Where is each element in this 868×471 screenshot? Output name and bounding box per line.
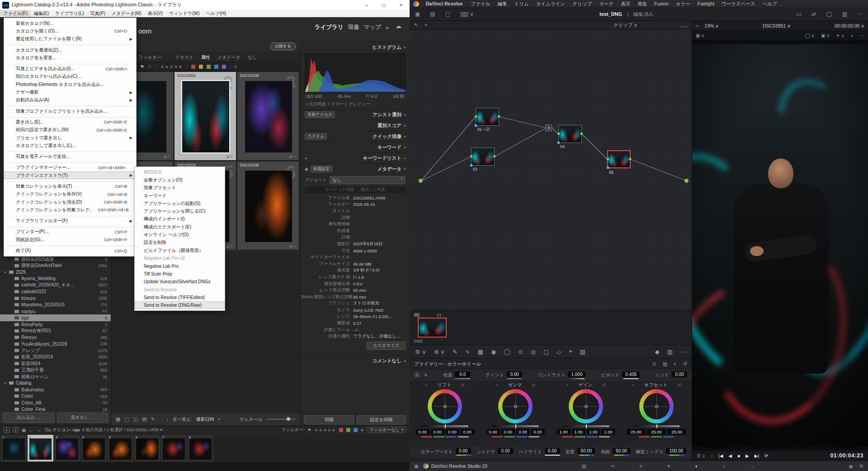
saved-preset-select[interactable]: カスタム	[305, 133, 327, 140]
submenu-item[interactable]: 全般オプション(O)	[135, 176, 225, 184]
filmstrip-thumbnail[interactable]: 8	[188, 435, 213, 461]
unmix-icon[interactable]: ◯ ∨	[805, 33, 815, 38]
scopes-icon[interactable]: ▥	[667, 348, 673, 355]
resolve-menubar-item[interactable]: トリム	[511, 1, 533, 7]
file-menu-item[interactable]: カタログ名を変更...	[4, 54, 136, 62]
step-back-button[interactable]: ◀	[728, 453, 732, 458]
submenu-item[interactable]: Negative Lab Pro v3	[135, 254, 225, 262]
filmstrip-thumbnail[interactable]: 2	[28, 435, 53, 461]
folder-row[interactable]: Maeshima_20250515 776	[0, 302, 111, 308]
file-menu-item[interactable]	[4, 43, 136, 46]
import-button[interactable]: 読み込み ...	[3, 413, 54, 423]
cell-photo[interactable]	[182, 81, 229, 152]
lift-red-value[interactable]: 0.00	[416, 429, 429, 435]
file-menu-item[interactable]: 写真を電子メールで送信...	[4, 152, 136, 160]
resolve-menubar-item[interactable]: ヘルプ	[759, 1, 781, 7]
file-menu-item[interactable]: クイックコレクションを保存(V) Ctrl+Alt+B	[4, 190, 136, 198]
timeline-wipe-icon[interactable]: ▭	[797, 11, 802, 17]
split-compare-icon[interactable]: ⇄	[811, 11, 816, 17]
resolve-menubar-item[interactable]: 編集	[494, 1, 511, 7]
kind-filter-icon[interactable]: ≡	[235, 64, 237, 69]
keywords-header[interactable]: キーワード ◂	[301, 142, 410, 152]
metadata-value[interactable]: 0.17	[353, 321, 407, 326]
metadata-value[interactable]: 45 mm	[353, 295, 407, 300]
lut-browser-icon[interactable]: ▤	[430, 11, 435, 17]
metadata-preset-select[interactable]: 初期設定	[311, 166, 332, 172]
resolve-menubar-item[interactable]: マーク	[595, 1, 617, 7]
resolve-menubar-item[interactable]: クリップ	[569, 1, 595, 7]
rating-stars[interactable]: ★★★★★	[160, 64, 183, 69]
cell-photo[interactable]	[245, 81, 292, 152]
viewer-quality-icon[interactable]: ▦ ∨	[696, 33, 705, 38]
submenu-item[interactable]: 構成のインポート(I)	[135, 215, 225, 223]
folder-row[interactable]: グレシブ 1375	[0, 347, 111, 354]
file-menu-item[interactable]	[4, 179, 136, 182]
adjustment-value[interactable]: 50.00	[577, 448, 595, 454]
cell-photo[interactable]	[245, 171, 292, 242]
offset-wheel[interactable]	[639, 389, 674, 423]
notifications-icon[interactable]: ◉	[849, 463, 853, 469]
corrector-node-selected[interactable]	[607, 150, 631, 168]
gain-master-slider[interactable]	[562, 425, 609, 427]
menubar-item[interactable]: ライブラリ(L)	[52, 10, 87, 17]
lift-master-value[interactable]: 0.00	[461, 429, 474, 435]
submenu-item[interactable]: Negative Lab Pro	[135, 262, 225, 270]
key-icon[interactable]: ◇	[557, 348, 561, 355]
file-menu-item[interactable]	[4, 149, 136, 152]
compare-view-icon[interactable]: ◫	[133, 416, 138, 422]
filmstrip-thumbnail[interactable]: 7	[161, 435, 187, 461]
file-menu-item[interactable]: 終了(X) Ctrl+Q	[4, 247, 136, 254]
folder-row[interactable]: 亜咲花2025追加 6	[0, 256, 111, 262]
file-menu-item[interactable]: カタログを最適化(Z)...	[4, 46, 136, 54]
lift-master-slider[interactable]	[421, 425, 468, 427]
heart-icon[interactable]: ♥	[361, 428, 363, 433]
folder-row[interactable]: Rena会食0921 57	[0, 328, 111, 334]
file-menu-item[interactable]: 自動読み込み(A) ▶	[4, 96, 136, 104]
publish-button[interactable]: 公開する	[270, 43, 296, 50]
tracker-icon[interactable]: ⊙	[518, 348, 523, 355]
grid-cell[interactable]: 3DSC03109◨ ↻	[237, 71, 299, 161]
preset-value-select[interactable]: なし ▾	[330, 176, 406, 184]
submenu-item[interactable]: Send to Resolve (DNG/Raw)	[135, 301, 225, 309]
metadata-value[interactable]: f / 1.8	[353, 275, 407, 280]
score-section-header[interactable]: 選別スコア ◂	[301, 120, 410, 131]
filmstrip-thumbnail[interactable]: 3	[54, 435, 80, 461]
folder-row[interactable]: ▸ oga 8	[0, 314, 111, 321]
offset-green-value[interactable]: 25.00	[647, 429, 666, 435]
folder-row[interactable]: Colon_Final 19	[0, 406, 111, 411]
info-icon[interactable]: ⋯	[680, 348, 686, 355]
file-menu-item[interactable]	[4, 104, 136, 107]
assist-section-header[interactable]: 早期アクセス アシスト選別 ◂	[301, 109, 410, 120]
wheel-adjust-icon[interactable]: +	[425, 383, 427, 387]
param-value[interactable]: 0.00	[507, 371, 522, 377]
target-photos-tab[interactable]: ターゲット写真	[325, 187, 354, 193]
filmstrip-thumbnail[interactable]: 6	[134, 435, 160, 461]
param-value[interactable]: 0.435	[622, 371, 640, 377]
gamma-green-value[interactable]: 0.00	[501, 429, 515, 435]
sort-direction-icon[interactable]: ↕	[166, 417, 169, 422]
lift-green-value[interactable]: 0.00	[431, 429, 444, 435]
filter-tab[interactable]: なし	[248, 54, 257, 61]
white-picker-icon[interactable]: ✎	[424, 373, 428, 378]
file-menu-item[interactable]: テザー撮影 ▶	[4, 88, 136, 96]
submenu-item[interactable]: 設定を削除	[135, 239, 225, 247]
menubar-item[interactable]: 編集(E)	[31, 10, 52, 17]
fusion-page-icon[interactable]: ✦	[667, 463, 671, 469]
gamma-master-value[interactable]: 0.00	[531, 429, 545, 435]
file-menu-item[interactable]: プリセットで書き出し ▶	[4, 134, 136, 142]
file-menu-item[interactable]: ライブラリフィルター(F) ▶	[4, 217, 136, 225]
metadata-value[interactable]: DSC02851.ARW	[353, 195, 407, 200]
param-value[interactable]: 0.00	[672, 371, 687, 377]
source-output-dot[interactable]	[419, 179, 423, 183]
file-menu-item[interactable]	[4, 62, 136, 65]
folder-disclosure-icon[interactable]: ▾	[5, 271, 9, 274]
adjustment-value[interactable]: 100.00	[666, 448, 686, 454]
offset-blue-value[interactable]: 25.00	[667, 429, 686, 435]
deliver-page-icon[interactable]: →	[750, 463, 755, 469]
gain-blue-value[interactable]: 1.00	[587, 429, 600, 435]
metadata-value[interactable]: フラグなし、評価なし...	[353, 333, 407, 339]
bars-mode-icon[interactable]: ▥	[663, 361, 667, 367]
customize-button[interactable]: カスタマイズ	[367, 342, 406, 350]
corrector-node[interactable]	[558, 125, 582, 143]
filmstrip-thumbnail[interactable]: 4	[81, 435, 107, 461]
